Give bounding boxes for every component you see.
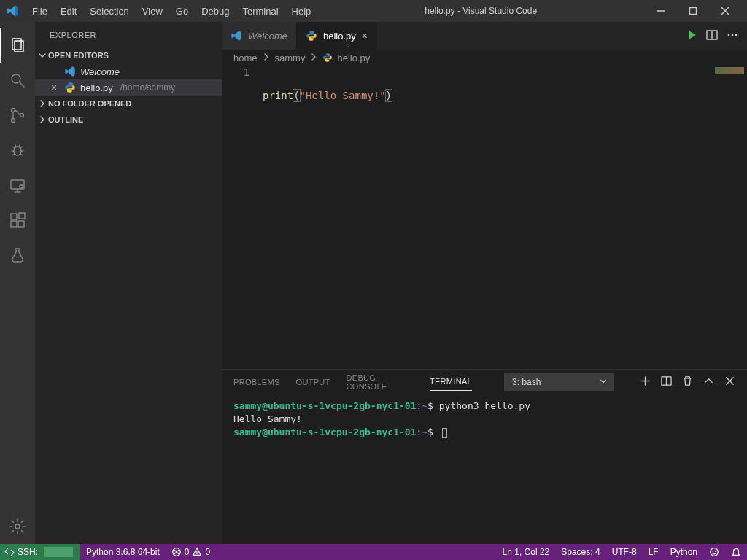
svg-rect-1: [690, 8, 697, 15]
svg-point-33: [735, 34, 738, 36]
python-icon: [322, 52, 333, 63]
activity-testing[interactable]: [0, 238, 35, 273]
window-close-button[interactable]: [709, 0, 741, 22]
minimap[interactable]: [689, 66, 747, 369]
svg-line-17: [20, 154, 23, 155]
chevron-right-icon: [309, 52, 318, 63]
split-editor-icon[interactable]: [706, 29, 718, 43]
svg-line-18: [15, 145, 16, 147]
close-icon[interactable]: ×: [48, 82, 60, 93]
breadcrumb[interactable]: home sammy hello.py: [222, 50, 747, 66]
panel-tab-problems[interactable]: PROBLEMS: [233, 373, 280, 391]
new-terminal-icon[interactable]: [640, 376, 651, 388]
chevron-right-icon: [262, 52, 271, 63]
open-editor-hello-py[interactable]: × hello.py /home/sammy: [35, 79, 222, 96]
activity-explorer[interactable]: [0, 28, 35, 63]
svg-line-16: [12, 154, 15, 155]
status-language[interactable]: Python: [665, 544, 703, 560]
chevron-right-icon: [36, 98, 48, 109]
window-minimize-button[interactable]: [645, 0, 677, 22]
activity-remote[interactable]: [0, 168, 35, 203]
activity-source-control[interactable]: [0, 98, 35, 133]
open-editor-hello-label: hello.py: [80, 82, 113, 93]
activity-extensions[interactable]: [0, 203, 35, 238]
svg-point-45: [711, 548, 719, 556]
sidebar-explorer: EXPLORER OPEN EDITORS Welcome × hello.py…: [35, 22, 222, 544]
code-content[interactable]: print("Hello Sammy!"): [263, 66, 392, 369]
svg-rect-25: [11, 221, 17, 227]
panel-tab-output[interactable]: OUTPUT: [296, 373, 330, 391]
panel-tab-terminal[interactable]: TERMINAL: [430, 373, 472, 391]
svg-rect-26: [18, 221, 24, 227]
status-notifications[interactable]: [725, 544, 747, 560]
terminal-cursor: [442, 428, 447, 438]
panel-tab-debug-console[interactable]: DEBUG CONSOLE: [347, 369, 414, 395]
menu-go[interactable]: Go: [170, 4, 194, 18]
status-indentation[interactable]: Spaces: 4: [555, 544, 605, 560]
activity-settings[interactable]: [0, 509, 35, 544]
tab-hello-py[interactable]: hello.py ×: [297, 22, 377, 50]
open-editor-welcome[interactable]: Welcome: [35, 63, 222, 79]
outline-label: OUTLINE: [48, 115, 83, 124]
svg-point-31: [728, 34, 730, 36]
outline-header[interactable]: OUTLINE: [35, 112, 222, 128]
breadcrumb-part[interactable]: sammy: [275, 52, 306, 63]
status-ssh-label: SSH:: [18, 547, 38, 557]
menu-debug[interactable]: Debug: [196, 4, 235, 18]
terminal-userhost: sammy@ubuntu-s-1vcpu-2gb-nyc1-01: [233, 427, 416, 438]
status-problems[interactable]: 0 0: [166, 544, 216, 560]
status-remote[interactable]: SSH:: [0, 544, 80, 560]
menu-terminal[interactable]: Terminal: [236, 4, 284, 18]
menu-selection[interactable]: Selection: [84, 4, 134, 18]
error-icon: [171, 547, 182, 557]
status-bar: SSH: Python 3.6.8 64-bit 0 0 Ln 1, Col 2…: [0, 544, 747, 560]
tab-welcome-label: Welcome: [248, 31, 287, 42]
activity-bar: [0, 22, 35, 544]
open-editors-label: OPEN EDITORS: [48, 51, 109, 60]
status-cursor-position[interactable]: Ln 1, Col 22: [497, 544, 556, 560]
panel-actions: [640, 376, 735, 388]
status-python[interactable]: Python 3.6.8 64-bit: [80, 544, 166, 560]
terminal-selector[interactable]: 3: bash: [504, 373, 614, 391]
tab-welcome[interactable]: Welcome: [222, 22, 297, 50]
panel-maximize-icon[interactable]: [703, 376, 714, 388]
svg-point-32: [732, 34, 734, 36]
chevron-down-icon: [600, 377, 607, 387]
run-icon[interactable]: [686, 29, 697, 43]
more-icon[interactable]: [727, 29, 738, 43]
smiley-icon: [709, 547, 719, 557]
open-editor-hello-path: /home/sammy: [120, 82, 175, 93]
activity-search[interactable]: [0, 63, 35, 98]
terminal-prompt: $: [427, 427, 433, 438]
no-folder-label: NO FOLDER OPENED: [48, 99, 131, 108]
status-eol[interactable]: LF: [643, 544, 665, 560]
menu-view[interactable]: View: [136, 4, 169, 18]
terminal-command-text: python3 hello.py: [439, 400, 530, 411]
svg-point-6: [12, 74, 20, 83]
tab-close-icon[interactable]: ×: [362, 30, 368, 42]
no-folder-header[interactable]: NO FOLDER OPENED: [35, 96, 222, 112]
terminal-body[interactable]: sammy@ubuntu-s-1vcpu-2gb-nyc1-01:~$ pyth…: [222, 394, 747, 544]
breadcrumb-part[interactable]: home: [233, 52, 258, 63]
status-feedback[interactable]: [703, 544, 725, 560]
status-encoding[interactable]: UTF-8: [606, 544, 643, 560]
svg-line-15: [20, 147, 23, 148]
bottom-panel: PROBLEMS OUTPUT DEBUG CONSOLE TERMINAL 3…: [222, 369, 747, 544]
svg-point-23: [20, 185, 23, 188]
code-editor[interactable]: 1 print("Hello Sammy!"): [222, 66, 747, 369]
terminal-selector-label: 3: bash: [512, 377, 541, 387]
svg-point-47: [715, 551, 716, 551]
panel-close-icon[interactable]: [724, 376, 735, 388]
menu-help[interactable]: Help: [286, 4, 317, 18]
menu-edit[interactable]: Edit: [55, 4, 82, 18]
open-editors-header[interactable]: OPEN EDITORS: [35, 47, 222, 63]
split-terminal-icon[interactable]: [661, 376, 672, 388]
kill-terminal-icon[interactable]: [682, 376, 693, 388]
editor-group: Welcome hello.py × home sammy: [222, 22, 747, 544]
window-maximize-button[interactable]: [677, 0, 709, 22]
status-warnings-count: 0: [205, 547, 210, 557]
main-menu: File Edit Selection View Go Debug Termin…: [26, 4, 317, 18]
activity-debug[interactable]: [0, 133, 35, 168]
menu-file[interactable]: File: [26, 4, 53, 18]
breadcrumb-file[interactable]: hello.py: [337, 52, 370, 63]
